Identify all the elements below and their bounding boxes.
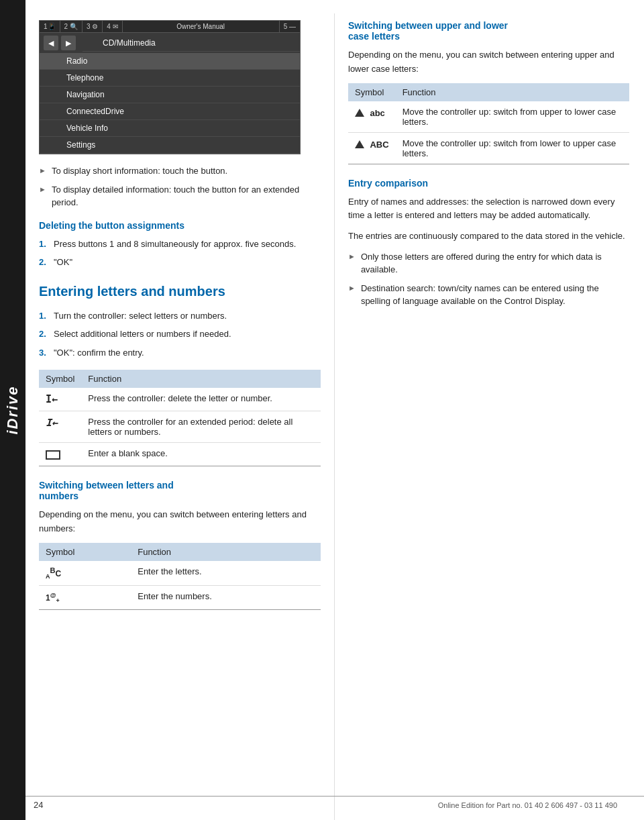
entry-bullet-2: ► Destination search: town/city names ca… xyxy=(348,282,629,308)
entering-step-3-text: "OK": confirm the entry. xyxy=(54,346,144,360)
bullet-arrow-1: ► xyxy=(39,165,46,176)
table3-func-2: Move the controller up: switch from lowe… xyxy=(396,132,629,164)
tab-title: Owner's Manual xyxy=(123,21,279,32)
table2-func-2: Enter the numbers. xyxy=(131,585,321,609)
table3-row-2: ABC Move the controller up: switch from … xyxy=(348,132,629,164)
side-tab-label: iDrive xyxy=(4,385,21,434)
bullet-item-1: ► To display short information: touch th… xyxy=(39,164,321,178)
table3-sym-1: abc xyxy=(348,101,396,133)
table2-row-1: ABC Enter the letters. xyxy=(39,561,321,586)
nav-left-arrow: ◀ xyxy=(44,36,58,50)
table2-header-function: Function xyxy=(131,543,321,561)
entering-step-2: 2. Select additional letters or numbers … xyxy=(39,327,321,341)
abc-lower-symbol: abc xyxy=(370,108,384,118)
entry-bullet-arrow-1: ► xyxy=(348,251,356,262)
table1-row-3: Enter a blank space. xyxy=(39,443,321,466)
side-tab: iDrive xyxy=(0,0,25,820)
num-symbol: 1@+ xyxy=(46,593,60,603)
table2-func-1: Enter the letters. xyxy=(131,561,321,586)
table2-sym-2: 1@+ xyxy=(39,585,131,609)
table1-func-3: Enter a blank space. xyxy=(81,443,321,466)
nav-right-arrow: ▶ xyxy=(61,36,76,50)
symbol-table-1: Symbol Function I← Press the controller:… xyxy=(39,370,321,466)
triangle-up-icon-2 xyxy=(355,140,364,148)
menu-item-cd: CD/Multimedia xyxy=(83,35,300,52)
right-column: Switching between upper and lowercase le… xyxy=(334,13,643,820)
table2-row-2: 1@+ Enter the numbers. xyxy=(39,585,321,609)
table1-header-function: Function xyxy=(81,370,321,388)
menu-nav-row: ◀ ▶ CD/Multimedia xyxy=(40,33,300,53)
menu-tabs: 1📱 2 🔍 3 ⚙ 4 ✉ Owner's Manual 5 — xyxy=(40,21,300,33)
bullet-text-1: To display short information: touch the … xyxy=(52,164,227,178)
entry-bullet-arrow-2: ► xyxy=(348,283,356,294)
entry-text-1: Entry of names and addresses: the select… xyxy=(348,195,629,223)
tab-4: 4 ✉ xyxy=(103,21,122,32)
bullet-text-2: To display detailed information: touch t… xyxy=(52,183,321,209)
table1-func-1: Press the controller: delete the letter … xyxy=(81,388,321,411)
blank-space-symbol xyxy=(46,450,60,460)
menu-item-radio: Radio xyxy=(40,53,300,70)
deleting-steps: 1. Press buttons 1 and 8 simultaneously … xyxy=(39,238,321,269)
menu-item-navigation: Navigation xyxy=(40,87,300,103)
table2-sym-1: ABC xyxy=(39,561,131,586)
table1-header-symbol: Symbol xyxy=(39,370,81,388)
section-entering: Entering letters and numbers xyxy=(39,283,321,300)
menu-image: 1📱 2 🔍 3 ⚙ 4 ✉ Owner's Manual 5 — ◀ ▶ xyxy=(39,20,301,154)
table1-sym-1: I← xyxy=(39,388,81,411)
menu-item-settings: Settings xyxy=(40,137,300,154)
section-switching-letters-text: Switching between letters andnumbers xyxy=(39,480,174,501)
tab-3: 3 ⚙ xyxy=(83,21,103,32)
table1-sym-2: I← xyxy=(39,411,81,443)
symbol-table-3: Symbol Function abc Move the controller … xyxy=(348,83,629,164)
table1-row-2: I← Press the controller for an extended … xyxy=(39,411,321,443)
page-number: 24 xyxy=(34,800,43,810)
table1-func-2: Press the controller for an extended per… xyxy=(81,411,321,443)
table3-header-symbol: Symbol xyxy=(348,83,396,101)
entering-step-2-text: Select additional letters or numbers if … xyxy=(54,327,231,341)
entry-bullet-text-1: Only those letters are offered during th… xyxy=(361,250,629,276)
menu-item-telephone: Telephone xyxy=(40,70,300,87)
deleting-step-2-text: "OK" xyxy=(54,256,72,269)
symbol-table-2: Symbol Function ABC Enter the letters. 1… xyxy=(39,543,321,611)
abc-upper-symbol: ABC xyxy=(370,140,388,150)
triangle-up-icon-1 xyxy=(355,109,364,117)
table3-func-1: Move the controller up: switch from uppe… xyxy=(396,101,629,133)
entering-step-3: 3. "OK": confirm the entry. xyxy=(39,346,321,360)
deleting-step-1: 1. Press buttons 1 and 8 simultaneously … xyxy=(39,238,321,251)
left-column: 1📱 2 🔍 3 ⚙ 4 ✉ Owner's Manual 5 — ◀ ▶ xyxy=(25,13,334,820)
switching-upper-text: Depending on the menu, you can switch be… xyxy=(348,48,629,76)
table3-sym-2: ABC xyxy=(348,132,396,164)
tab-5: 5 — xyxy=(279,21,300,32)
footer-border xyxy=(25,796,644,797)
menu-items: ◀ ▶ CD/Multimedia Radio Telephone Naviga… xyxy=(40,33,300,154)
bullet-item-2: ► To display detailed information: touch… xyxy=(39,183,321,209)
deleting-step-2: 2. "OK" xyxy=(39,256,321,269)
menu-item-vehicleinfo: Vehicle Info xyxy=(40,120,300,137)
entering-step-1: 1. Turn the controller: select letters o… xyxy=(39,309,321,323)
footer-text: Online Edition for Part no. 01 40 2 606 … xyxy=(438,801,617,809)
tab-2: 2 🔍 xyxy=(60,21,83,32)
section-entry: Entry comparison xyxy=(348,178,629,189)
section-switching-upper-text: Switching between upper and lowercase le… xyxy=(348,20,508,42)
page-footer: 24 Online Edition for Part no. 01 40 2 6… xyxy=(0,800,644,810)
deleting-step-1-text: Press buttons 1 and 8 simultaneously for… xyxy=(54,238,296,251)
table3-header-function: Function xyxy=(396,83,629,101)
entering-step-1-text: Turn the controller: select letters or n… xyxy=(54,309,227,323)
table3-row-1: abc Move the controller up: switch from … xyxy=(348,101,629,133)
table1-sym-3 xyxy=(39,443,81,466)
section-switching-upper: Switching between upper and lowercase le… xyxy=(348,20,629,42)
table2-header-symbol: Symbol xyxy=(39,543,131,561)
tab-1: 1📱 xyxy=(40,21,60,32)
entry-bullets: ► Only those letters are offered during … xyxy=(348,250,629,308)
entry-text-2: The entries are continuously compared to… xyxy=(348,229,629,244)
footer-text-content: Online Edition for Part no. 01 40 2 606 … xyxy=(438,801,617,809)
abc-symbol: ABC xyxy=(46,569,61,578)
delete-symbol-extended: I← xyxy=(46,417,58,429)
section-deleting: Deleting the button assignments xyxy=(39,220,321,231)
menu-item-connecteddrive: ConnectedDrive xyxy=(40,103,300,120)
top-bullets: ► To display short information: touch th… xyxy=(39,164,321,209)
entry-bullet-text-2: Destination search: town/city names can … xyxy=(361,282,629,308)
table1-row-1: I← Press the controller: delete the lett… xyxy=(39,388,321,411)
entry-bullet-1: ► Only those letters are offered during … xyxy=(348,250,629,276)
section-switching-letters: Switching between letters andnumbers xyxy=(39,480,321,501)
